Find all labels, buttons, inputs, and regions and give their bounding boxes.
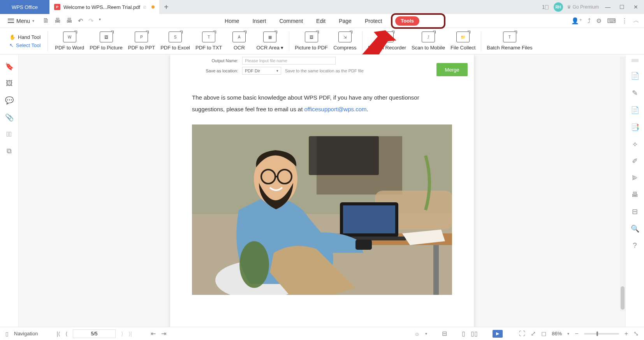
ribbon-scan-to-mobile[interactable]: ⤴Scan to Mobile (412, 32, 445, 51)
redo-icon[interactable]: ↷ (88, 17, 93, 25)
tab-edit[interactable]: Edit (316, 16, 326, 26)
presentation-mini-icon: ⎚ (143, 4, 146, 10)
zoom-slider-thumb[interactable] (596, 331, 598, 336)
tab-tools[interactable]: Tools (395, 16, 419, 26)
ribbon-pdf-to-word[interactable]: WPDF to Word (55, 32, 84, 51)
page-number-input[interactable] (73, 329, 116, 338)
output-name-input[interactable]: Please Input file name (242, 57, 336, 65)
merge-button[interactable]: Merge (436, 63, 468, 76)
share-user-icon[interactable]: 👤⁺ (571, 17, 582, 25)
navigation-label[interactable]: Navigation (14, 331, 38, 336)
ribbon-item-label: Compress (333, 45, 356, 51)
ribbon-item-label: PDF to Excel (160, 45, 190, 51)
feedback-icon[interactable]: ⌨ (607, 17, 616, 25)
layers-icon[interactable]: ⧉ (7, 147, 12, 155)
bookmarks-icon[interactable]: 🔖 (5, 62, 14, 71)
comments-panel-icon[interactable]: 💬 (5, 96, 14, 105)
collapse-ribbon-icon[interactable]: ︿ (633, 17, 639, 25)
ribbon-compress[interactable]: ⇲Compress (333, 32, 357, 51)
svg-point-14 (239, 241, 269, 288)
navigation-panel-icon[interactable]: ▯ (5, 331, 9, 337)
menu-button[interactable]: Menu ▾ (5, 16, 37, 26)
ribbon-pdf-to-txt[interactable]: TPDF to TXT (195, 32, 222, 51)
convert-icon[interactable]: 📄 (631, 106, 639, 114)
zoom-out-button[interactable]: − (575, 330, 578, 337)
brightness-icon[interactable]: ☼ (414, 330, 420, 337)
zoom-dropdown-icon[interactable]: ▾ (567, 331, 569, 336)
single-page-icon[interactable]: ▯ (462, 330, 465, 337)
ribbon-screen-recorder[interactable]: ⬚Screen Recorder (368, 32, 406, 51)
prev-page-button[interactable]: ⟨ (65, 331, 67, 337)
go-premium-button[interactable]: ♛Go Premium (567, 4, 599, 10)
app-home-tab[interactable]: WPS Office (0, 0, 49, 14)
maximize-button[interactable]: ☐ (617, 2, 627, 12)
hand-tool-button[interactable]: ✋ Hand Tool (9, 34, 40, 40)
panel-grip-icon[interactable] (631, 59, 639, 63)
fullscreen-icon[interactable]: ⤡ (633, 330, 639, 337)
tab-protect[interactable]: Protect (365, 16, 382, 26)
settings-icon[interactable]: ⚙ (596, 17, 602, 25)
document-tab[interactable]: P Welcome to WPS...Reem Trial.pdf ⎚ (49, 0, 159, 14)
compress-side-icon[interactable]: ⫸ (632, 174, 639, 182)
scrollbar-thumb[interactable] (621, 286, 625, 310)
zoom-in-button[interactable]: + (625, 330, 628, 337)
two-page-icon[interactable]: ▯▯ (471, 330, 478, 337)
title-right-cluster: 1⎕ RH ♛Go Premium — ☐ ✕ (540, 0, 641, 14)
slideshow-button[interactable]: ▶ (493, 330, 503, 338)
thumbnails-icon[interactable]: 🖼 (6, 79, 13, 88)
zoom-slider[interactable] (584, 333, 619, 335)
fit-width-icon[interactable]: ⛶ (519, 330, 525, 337)
translate-icon[interactable]: ⊟ (632, 207, 638, 216)
svg-rect-7 (433, 245, 439, 295)
ribbon-pdf-to-ppt[interactable]: PPDF to PPT (128, 32, 155, 51)
ribbon-ocr-area-[interactable]: ▦OCR Area ▾ (256, 32, 283, 51)
select-tool-button[interactable]: ↖ Select Tool (9, 42, 40, 48)
save-location-select[interactable]: PDF Dir▾ (242, 67, 281, 75)
form-icon[interactable]: 📑 (631, 123, 639, 131)
tab-insert[interactable]: Insert (252, 16, 266, 26)
reading-mode-icon[interactable]: ⊟ (442, 330, 447, 337)
new-tab-button[interactable]: + (159, 0, 173, 14)
annotate-icon[interactable]: ✎ (632, 89, 638, 97)
actual-size-icon[interactable]: ◻ (541, 330, 546, 337)
more-icon[interactable]: ⋮ (621, 17, 628, 25)
attachments-icon[interactable]: 📎 (5, 113, 14, 122)
qat-dropdown-icon[interactable]: ▾ (99, 17, 101, 25)
tab-home[interactable]: Home (225, 16, 239, 26)
tab-comment[interactable]: Comment (279, 16, 303, 26)
ribbon-ocr[interactable]: AOCR (227, 32, 251, 51)
last-page-button[interactable]: ⟩| (128, 331, 132, 337)
share-icon[interactable]: ⤴ (588, 18, 591, 25)
ribbon-pdf-to-picture[interactable]: 🖼PDF to Picture (90, 32, 123, 51)
print-side-icon[interactable]: 🖶 (632, 191, 639, 199)
crop-icon[interactable]: ⟡ (633, 140, 637, 148)
undo-icon[interactable]: ↶ (78, 17, 83, 25)
help-icon[interactable]: ? (633, 242, 637, 250)
window-count-icon[interactable]: 1⎕ (540, 2, 550, 12)
next-page-button[interactable]: ⟩ (121, 331, 123, 337)
close-button[interactable]: ✕ (631, 2, 641, 12)
minimize-button[interactable]: — (603, 2, 613, 12)
edit-pdf-icon[interactable]: 📄 (631, 72, 639, 80)
user-avatar[interactable]: RH (554, 2, 563, 12)
first-page-button[interactable]: |⟨ (56, 331, 60, 337)
save-icon[interactable]: 🗎 (43, 17, 49, 25)
fit-left-icon[interactable]: ⇤ (151, 330, 156, 337)
ribbon-batch-rename-files[interactable]: TBatch Rename Files (487, 32, 532, 51)
highlight-icon[interactable]: ✐ (632, 157, 638, 165)
support-email-link[interactable]: officesupport@wps.com (304, 106, 367, 112)
ribbon-file-collect[interactable]: 📁File Collect (450, 32, 475, 51)
ribbon-pdf-to-excel[interactable]: SPDF to Excel (160, 32, 190, 51)
search-side-icon[interactable]: 🔍 (631, 224, 639, 233)
tab-page[interactable]: Page (339, 16, 352, 26)
theme-dropdown-icon[interactable]: ▾ (425, 331, 427, 336)
fit-right-icon[interactable]: ⇥ (161, 330, 166, 337)
fit-page-icon[interactable]: ⤢ (531, 330, 536, 337)
doc-icon: 🖼 (100, 32, 113, 42)
signatures-icon[interactable]: ✎⃝ (7, 130, 12, 138)
vertical-scrollbar[interactable] (620, 57, 625, 311)
print-icon[interactable]: 🖶 (55, 17, 61, 25)
ribbon-picture-to-pdf[interactable]: 🖼Picture to PDF (295, 32, 328, 51)
menu-button-label: Menu (16, 18, 30, 24)
print-quick-icon[interactable]: 🖶 (66, 17, 72, 25)
